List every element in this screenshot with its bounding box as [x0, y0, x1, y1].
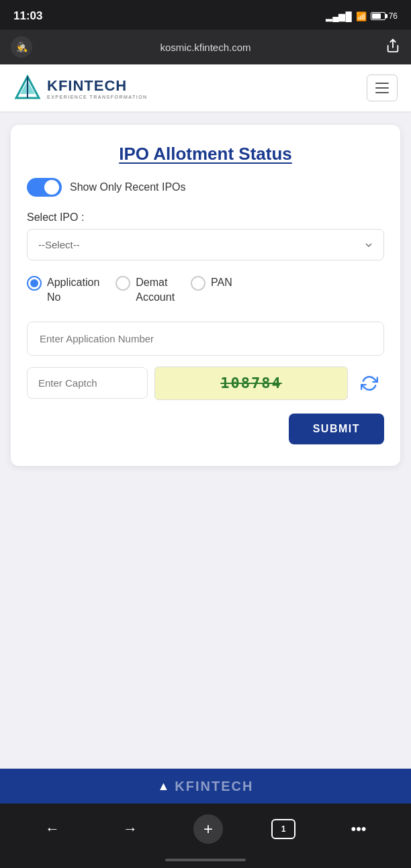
captcha-refresh-button[interactable] [355, 369, 384, 398]
radio-circle-demat [116, 276, 130, 291]
radio-option-demat[interactable]: DematAccount [116, 275, 175, 305]
logo-icon [13, 74, 42, 102]
status-icons: ▂▄▆█ 📶 76 [326, 11, 398, 21]
plus-icon: + [203, 820, 213, 838]
forward-button[interactable]: → [116, 814, 145, 844]
hamburger-line-2 [375, 87, 389, 89]
select-ipo-label: Select IPO : [27, 211, 384, 224]
page-content: KFINTECH EXPERIENCE TRANSFORMATION IPO A… [0, 64, 411, 804]
submit-button[interactable]: SUBMIT [289, 414, 384, 444]
hamburger-line-3 [375, 92, 389, 93]
radio-circle-application-no [27, 276, 42, 291]
hamburger-line-1 [375, 83, 389, 84]
battery-body [371, 12, 385, 20]
home-bar [165, 859, 246, 861]
back-icon: ← [45, 820, 60, 838]
toggle-slider [27, 178, 62, 197]
tab-switcher-button[interactable]: 1 [271, 819, 295, 839]
radio-label-demat: DematAccount [136, 275, 175, 305]
toggle-label: Show Only Recent IPOs [70, 181, 186, 193]
browser-share-button[interactable] [379, 38, 400, 56]
captcha-value: 108784 [220, 375, 281, 391]
back-button[interactable]: ← [38, 814, 67, 844]
page-title: IPO Allotment Status [27, 144, 384, 164]
browser-tracking-icon[interactable]: 🕵 [11, 36, 32, 58]
submit-row: SUBMIT [27, 414, 384, 444]
footer-accent: ▲ KFINTECH [0, 769, 411, 804]
home-indicator [0, 852, 411, 868]
tab-count: 1 [281, 824, 286, 834]
radio-option-pan[interactable]: PAN [191, 275, 232, 291]
battery-percent: 76 [389, 11, 398, 21]
hamburger-button[interactable] [367, 75, 398, 101]
signal-icon: ▂▄▆█ [326, 11, 351, 21]
footer-arrow-icon: ▲ [158, 779, 170, 793]
main-area: IPO Allotment Status Show Only Recent IP… [0, 111, 411, 769]
ipo-card: IPO Allotment Status Show Only Recent IP… [11, 125, 400, 466]
spy-icon: 🕵 [16, 42, 28, 52]
new-tab-button[interactable]: + [193, 814, 223, 844]
browser-url[interactable]: kosmic.kfintech.com [32, 42, 379, 53]
status-time: 11:03 [13, 9, 42, 23]
logo-area: KFINTECH EXPERIENCE TRANSFORMATION [13, 74, 148, 102]
logo-tagline: EXPERIENCE TRANSFORMATION [47, 95, 148, 99]
radio-circle-pan [191, 276, 205, 291]
wifi-icon: 📶 [356, 11, 367, 21]
battery-fill [372, 13, 381, 19]
forward-icon: → [123, 820, 138, 838]
footer-brand-partial: KFINTECH [175, 779, 253, 794]
logo-text: KFINTECH EXPERIENCE TRANSFORMATION [47, 77, 148, 99]
share-icon [385, 38, 400, 53]
status-bar: 11:03 ▂▄▆█ 📶 76 [0, 0, 411, 30]
search-type-radio-group: ApplicationNo DematAccount PAN [27, 275, 384, 305]
more-options-button[interactable]: ••• [344, 814, 373, 844]
ipo-select-dropdown[interactable]: --Select-- [27, 229, 384, 260]
radio-label-pan: PAN [211, 275, 232, 290]
captcha-row: 108784 [27, 367, 384, 400]
battery-icon: 76 [371, 11, 398, 21]
logo-name: KFINTECH [47, 77, 148, 95]
browser-bottom-nav: ← → + 1 ••• [0, 804, 411, 852]
more-icon: ••• [351, 820, 366, 838]
radio-option-application-no[interactable]: ApplicationNo [27, 275, 99, 305]
toggle-row: Show Only Recent IPOs [27, 178, 384, 197]
application-number-input[interactable] [27, 322, 384, 356]
nav-header: KFINTECH EXPERIENCE TRANSFORMATION [0, 64, 411, 111]
captcha-input[interactable] [27, 367, 148, 399]
select-ipo-section: Select IPO : --Select-- [27, 211, 384, 260]
refresh-icon [361, 375, 378, 392]
browser-bar: 🕵 kosmic.kfintech.com [0, 30, 411, 64]
recent-ipo-toggle[interactable] [27, 178, 62, 197]
radio-label-application-no: ApplicationNo [47, 275, 99, 305]
captcha-image: 108784 [154, 367, 348, 400]
